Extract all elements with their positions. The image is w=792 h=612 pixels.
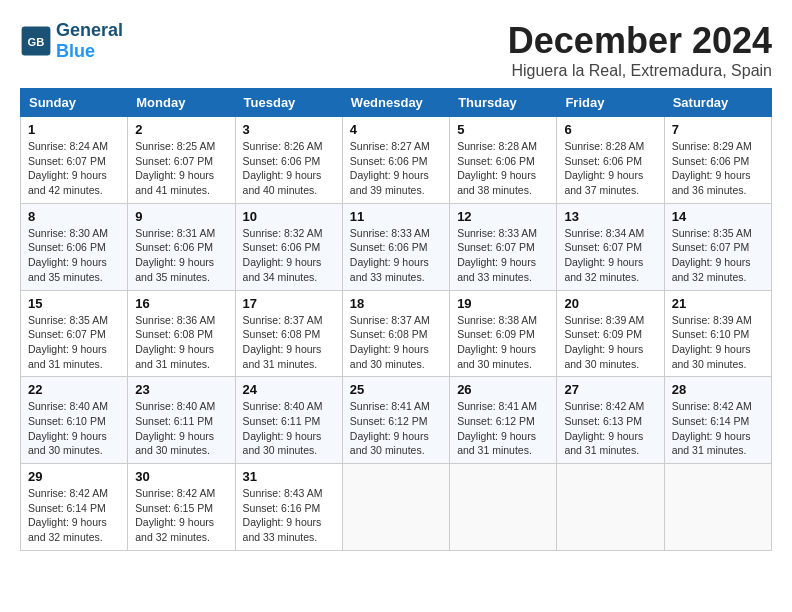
day-info: Sunrise: 8:43 AMSunset: 6:16 PMDaylight:… <box>243 486 335 545</box>
day-info: Sunrise: 8:33 AMSunset: 6:07 PMDaylight:… <box>457 226 549 285</box>
daylight: Daylight: 9 hours and 40 minutes. <box>243 169 322 196</box>
week-row-1: 1Sunrise: 8:24 AMSunset: 6:07 PMDaylight… <box>21 117 772 204</box>
sunset: Sunset: 6:07 PM <box>28 155 106 167</box>
sunset: Sunset: 6:06 PM <box>457 155 535 167</box>
sunset: Sunset: 6:16 PM <box>243 502 321 514</box>
sunrise: Sunrise: 8:28 AM <box>564 140 644 152</box>
day-info: Sunrise: 8:35 AMSunset: 6:07 PMDaylight:… <box>28 313 120 372</box>
calendar-cell: 9Sunrise: 8:31 AMSunset: 6:06 PMDaylight… <box>128 203 235 290</box>
calendar-cell: 31Sunrise: 8:43 AMSunset: 6:16 PMDayligh… <box>235 464 342 551</box>
day-info: Sunrise: 8:24 AMSunset: 6:07 PMDaylight:… <box>28 139 120 198</box>
calendar-cell: 6Sunrise: 8:28 AMSunset: 6:06 PMDaylight… <box>557 117 664 204</box>
day-info: Sunrise: 8:34 AMSunset: 6:07 PMDaylight:… <box>564 226 656 285</box>
sunset: Sunset: 6:14 PM <box>28 502 106 514</box>
sunset: Sunset: 6:10 PM <box>672 328 750 340</box>
sunrise: Sunrise: 8:39 AM <box>672 314 752 326</box>
calendar-cell: 14Sunrise: 8:35 AMSunset: 6:07 PMDayligh… <box>664 203 771 290</box>
daylight: Daylight: 9 hours and 31 minutes. <box>243 343 322 370</box>
location-title: Higuera la Real, Extremadura, Spain <box>508 62 772 80</box>
daylight: Daylight: 9 hours and 32 minutes. <box>28 516 107 543</box>
day-info: Sunrise: 8:33 AMSunset: 6:06 PMDaylight:… <box>350 226 442 285</box>
col-header-friday: Friday <box>557 89 664 117</box>
daylight: Daylight: 9 hours and 30 minutes. <box>350 430 429 457</box>
day-number: 11 <box>350 209 442 224</box>
sunset: Sunset: 6:15 PM <box>135 502 213 514</box>
calendar-cell: 25Sunrise: 8:41 AMSunset: 6:12 PMDayligh… <box>342 377 449 464</box>
day-info: Sunrise: 8:36 AMSunset: 6:08 PMDaylight:… <box>135 313 227 372</box>
sunset: Sunset: 6:07 PM <box>672 241 750 253</box>
daylight: Daylight: 9 hours and 32 minutes. <box>564 256 643 283</box>
day-info: Sunrise: 8:40 AMSunset: 6:11 PMDaylight:… <box>135 399 227 458</box>
day-number: 7 <box>672 122 764 137</box>
calendar-cell: 29Sunrise: 8:42 AMSunset: 6:14 PMDayligh… <box>21 464 128 551</box>
day-number: 13 <box>564 209 656 224</box>
day-info: Sunrise: 8:30 AMSunset: 6:06 PMDaylight:… <box>28 226 120 285</box>
calendar-header-row: SundayMondayTuesdayWednesdayThursdayFrid… <box>21 89 772 117</box>
day-info: Sunrise: 8:39 AMSunset: 6:09 PMDaylight:… <box>564 313 656 372</box>
calendar-cell <box>664 464 771 551</box>
calendar-cell: 2Sunrise: 8:25 AMSunset: 6:07 PMDaylight… <box>128 117 235 204</box>
daylight: Daylight: 9 hours and 31 minutes. <box>135 343 214 370</box>
day-number: 26 <box>457 382 549 397</box>
calendar-cell: 23Sunrise: 8:40 AMSunset: 6:11 PMDayligh… <box>128 377 235 464</box>
logo-general-text: General <box>56 20 123 40</box>
day-number: 23 <box>135 382 227 397</box>
sunset: Sunset: 6:08 PM <box>243 328 321 340</box>
day-number: 5 <box>457 122 549 137</box>
day-number: 8 <box>28 209 120 224</box>
day-number: 19 <box>457 296 549 311</box>
sunrise: Sunrise: 8:35 AM <box>672 227 752 239</box>
sunset: Sunset: 6:07 PM <box>28 328 106 340</box>
logo-blue-text: Blue <box>56 41 95 61</box>
col-header-saturday: Saturday <box>664 89 771 117</box>
calendar-cell: 26Sunrise: 8:41 AMSunset: 6:12 PMDayligh… <box>450 377 557 464</box>
calendar-cell: 27Sunrise: 8:42 AMSunset: 6:13 PMDayligh… <box>557 377 664 464</box>
calendar-cell <box>342 464 449 551</box>
day-info: Sunrise: 8:28 AMSunset: 6:06 PMDaylight:… <box>564 139 656 198</box>
daylight: Daylight: 9 hours and 30 minutes. <box>243 430 322 457</box>
daylight: Daylight: 9 hours and 34 minutes. <box>243 256 322 283</box>
day-info: Sunrise: 8:27 AMSunset: 6:06 PMDaylight:… <box>350 139 442 198</box>
svg-text:GB: GB <box>28 36 45 48</box>
calendar-cell: 4Sunrise: 8:27 AMSunset: 6:06 PMDaylight… <box>342 117 449 204</box>
daylight: Daylight: 9 hours and 35 minutes. <box>28 256 107 283</box>
daylight: Daylight: 9 hours and 30 minutes. <box>457 343 536 370</box>
sunrise: Sunrise: 8:32 AM <box>243 227 323 239</box>
day-number: 22 <box>28 382 120 397</box>
page-header: GB General Blue December 2024 Higuera la… <box>20 20 772 80</box>
calendar-cell: 28Sunrise: 8:42 AMSunset: 6:14 PMDayligh… <box>664 377 771 464</box>
sunset: Sunset: 6:06 PM <box>564 155 642 167</box>
day-info: Sunrise: 8:42 AMSunset: 6:14 PMDaylight:… <box>28 486 120 545</box>
sunrise: Sunrise: 8:30 AM <box>28 227 108 239</box>
day-number: 14 <box>672 209 764 224</box>
day-info: Sunrise: 8:42 AMSunset: 6:13 PMDaylight:… <box>564 399 656 458</box>
title-block: December 2024 Higuera la Real, Extremadu… <box>508 20 772 80</box>
sunrise: Sunrise: 8:37 AM <box>243 314 323 326</box>
sunset: Sunset: 6:11 PM <box>243 415 321 427</box>
calendar-cell: 21Sunrise: 8:39 AMSunset: 6:10 PMDayligh… <box>664 290 771 377</box>
day-info: Sunrise: 8:40 AMSunset: 6:10 PMDaylight:… <box>28 399 120 458</box>
sunset: Sunset: 6:06 PM <box>243 155 321 167</box>
logo-icon: GB <box>20 25 52 57</box>
day-number: 29 <box>28 469 120 484</box>
sunrise: Sunrise: 8:27 AM <box>350 140 430 152</box>
calendar-cell <box>557 464 664 551</box>
sunrise: Sunrise: 8:25 AM <box>135 140 215 152</box>
calendar-cell: 19Sunrise: 8:38 AMSunset: 6:09 PMDayligh… <box>450 290 557 377</box>
calendar-cell: 16Sunrise: 8:36 AMSunset: 6:08 PMDayligh… <box>128 290 235 377</box>
sunset: Sunset: 6:06 PM <box>350 241 428 253</box>
calendar-cell: 13Sunrise: 8:34 AMSunset: 6:07 PMDayligh… <box>557 203 664 290</box>
col-header-sunday: Sunday <box>21 89 128 117</box>
daylight: Daylight: 9 hours and 42 minutes. <box>28 169 107 196</box>
day-info: Sunrise: 8:40 AMSunset: 6:11 PMDaylight:… <box>243 399 335 458</box>
calendar-cell: 7Sunrise: 8:29 AMSunset: 6:06 PMDaylight… <box>664 117 771 204</box>
daylight: Daylight: 9 hours and 31 minutes. <box>457 430 536 457</box>
calendar-cell: 24Sunrise: 8:40 AMSunset: 6:11 PMDayligh… <box>235 377 342 464</box>
sunrise: Sunrise: 8:41 AM <box>350 400 430 412</box>
week-row-5: 29Sunrise: 8:42 AMSunset: 6:14 PMDayligh… <box>21 464 772 551</box>
day-number: 28 <box>672 382 764 397</box>
day-number: 20 <box>564 296 656 311</box>
sunset: Sunset: 6:07 PM <box>135 155 213 167</box>
day-info: Sunrise: 8:32 AMSunset: 6:06 PMDaylight:… <box>243 226 335 285</box>
sunset: Sunset: 6:06 PM <box>350 155 428 167</box>
